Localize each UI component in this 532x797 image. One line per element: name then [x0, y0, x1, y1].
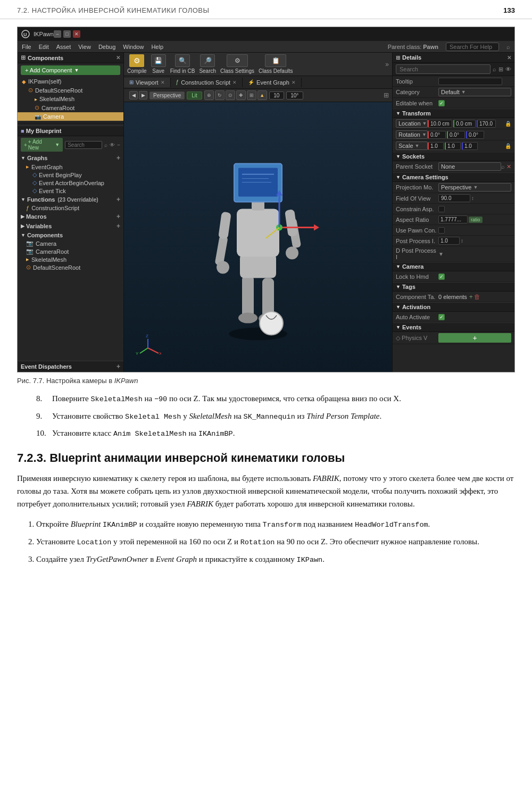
tab-viewport-close[interactable]: ✕	[161, 80, 165, 85]
projection-mode-dropdown[interactable]: Perspective ▼	[438, 183, 511, 192]
scale-dropdown[interactable]: Scale ▼	[396, 142, 428, 150]
variables-add-btn[interactable]: +	[117, 222, 120, 230]
grid-input[interactable]	[269, 92, 284, 99]
constrain-asp-row: Constrain Asp.	[393, 204, 514, 214]
nav-right[interactable]: ▶	[139, 91, 147, 99]
scale-y-input[interactable]	[445, 142, 461, 150]
physics-v-add-btn[interactable]: +	[438, 333, 511, 343]
event-dispatchers-add-btn[interactable]: +	[117, 363, 120, 370]
bp-camera-item[interactable]: 📷 Camera	[18, 239, 123, 247]
tree-item-defaultsceneroot[interactable]: ⊙ DefaultSceneRoot	[18, 86, 123, 95]
tab-eventgraph[interactable]: ⚡ Event Graph ✕	[243, 78, 302, 87]
construction-script-label: ConstructionScript	[31, 205, 79, 211]
location-z-input[interactable]	[477, 120, 496, 128]
details-grid-icon[interactable]: ⊞	[498, 66, 503, 73]
location-dropdown[interactable]: Location ▼	[396, 119, 428, 128]
add-new-button[interactable]: + + Add New ▼	[21, 138, 63, 152]
aspect-ratio-btn[interactable]: ratio	[469, 217, 483, 223]
vp-expand[interactable]: ⊞	[384, 92, 389, 99]
auto-activate-checkbox[interactable]: ✓	[438, 314, 445, 320]
macros-add-btn[interactable]: +	[117, 213, 120, 220]
bp-defaultsceneroot-item[interactable]: ⊙ DefaultSceneRoot	[18, 263, 123, 271]
tree-item-skeletalmesh[interactable]: ▸ SkeletalMesh	[18, 95, 123, 103]
constrain-checkbox[interactable]	[438, 206, 445, 212]
rotation-y-input[interactable]	[447, 131, 465, 139]
tab-construction-close[interactable]: ✕	[232, 80, 237, 85]
event-beginplay-item[interactable]: ◇ Event BeginPlay	[18, 171, 123, 179]
use-pawn-checkbox[interactable]	[438, 227, 445, 234]
rotation-z-input[interactable]	[466, 131, 484, 139]
tab-construction[interactable]: ƒ Construction Script ✕	[171, 78, 243, 87]
tooltip-input[interactable]	[438, 78, 502, 85]
bp-cameraroot-item[interactable]: 📷 CameraRoot	[18, 247, 123, 255]
category-value: Default	[441, 89, 460, 95]
perspective-btn[interactable]: Perspective	[149, 92, 185, 99]
editable-when-checkbox[interactable]: ✓	[438, 100, 445, 106]
scale-lock[interactable]: 🔒	[505, 143, 511, 149]
angle-input[interactable]	[286, 92, 303, 99]
location-inputs	[428, 120, 505, 128]
bp-minus-icon[interactable]: −	[117, 142, 120, 148]
nav-left[interactable]: ◀	[129, 91, 138, 99]
vp-icon-5[interactable]: ⊞	[247, 90, 256, 100]
rotation-dropdown[interactable]: Rotation ▼	[396, 130, 428, 139]
tab-eventgraph-close[interactable]: ✕	[292, 80, 296, 85]
fov-input[interactable]	[438, 194, 470, 202]
socket-clear-btn[interactable]: ✕	[506, 163, 511, 170]
tree-item-ikpawn[interactable]: ◆ IKPawn(self)	[18, 77, 123, 86]
location-x-input[interactable]	[428, 120, 452, 128]
tree-item-cameraroot[interactable]: ⊙ CameraRoot	[18, 103, 123, 112]
details-close[interactable]: ✕	[507, 55, 511, 61]
aspect-ratio-input[interactable]	[438, 215, 468, 223]
post-process-input[interactable]	[438, 237, 460, 245]
ikpawn-label: IKPawn(self)	[28, 78, 61, 85]
bp-eye-icon[interactable]: 👁	[110, 142, 115, 148]
tree-item-camera[interactable]: 📷 Camera	[18, 112, 123, 121]
socket-search-btn[interactable]: ⌕	[501, 163, 505, 170]
save-label: Save	[152, 68, 164, 74]
bp-skeletalmesh-item[interactable]: ▸ SkeletalMesh	[18, 255, 123, 263]
search-help-input[interactable]	[446, 43, 499, 51]
scale-z-input[interactable]	[462, 142, 478, 150]
vp-icon-1[interactable]: ⊕	[204, 90, 214, 100]
close-btn[interactable]: ✕	[73, 30, 80, 38]
bp-search-input[interactable]	[65, 141, 102, 149]
location-y-input[interactable]	[453, 120, 476, 128]
category-dropdown[interactable]: Default ▼	[438, 88, 511, 96]
vp-icon-4[interactable]: ✚	[236, 90, 246, 100]
menu-help[interactable]: Help	[151, 44, 163, 50]
event-graph-item[interactable]: ▸ EventGraph	[18, 163, 123, 171]
graphs-add-btn[interactable]: +	[117, 154, 120, 162]
expand-icon[interactable]: »	[385, 61, 389, 68]
details-search-input[interactable]	[396, 64, 491, 74]
menu-asset[interactable]: Asset	[56, 44, 71, 50]
menu-debug[interactable]: Debug	[98, 44, 115, 50]
tag-add-btn[interactable]: +	[469, 293, 473, 301]
menu-file[interactable]: File	[22, 44, 31, 50]
lock-to-hmd-checkbox[interactable]: ✓	[438, 273, 445, 280]
event-tick-item[interactable]: ◇ Event Tick	[18, 187, 123, 195]
rotation-x-input[interactable]	[428, 131, 446, 139]
menu-view[interactable]: View	[78, 44, 91, 50]
menu-window[interactable]: Window	[123, 44, 144, 50]
vp-icon-3[interactable]: ⊙	[226, 90, 235, 100]
functions-add-btn[interactable]: +	[117, 196, 120, 203]
details-eye-icon[interactable]: 👁	[505, 66, 511, 72]
tag-del-btn[interactable]: 🗑	[474, 293, 480, 301]
menu-edit[interactable]: Edit	[39, 44, 49, 50]
location-lock[interactable]: 🔒	[505, 121, 511, 127]
vp-icon-6[interactable]: ▲	[257, 90, 267, 100]
minimize-btn[interactable]: –	[54, 30, 61, 38]
compile-button[interactable]: Compile	[127, 68, 147, 74]
event-actoroverlap-item[interactable]: ◇ Event ActorBeginOverlap	[18, 179, 123, 187]
construction-script-item[interactable]: ƒ ConstructionScript	[18, 204, 123, 212]
components-close[interactable]: ✕	[116, 55, 120, 61]
skeletalmesh-label: SkeletalMesh	[39, 96, 74, 102]
vp-icon-2[interactable]: ↻	[215, 90, 225, 100]
scale-x-input[interactable]	[428, 142, 444, 150]
tab-viewport[interactable]: ⊞ Viewport ✕	[124, 78, 171, 87]
parent-socket-dropdown[interactable]: None	[438, 162, 501, 171]
maximize-btn[interactable]: □	[63, 30, 71, 38]
add-component-button[interactable]: + Add Component ▼	[21, 65, 120, 75]
lit-btn[interactable]: Lit	[187, 92, 202, 99]
